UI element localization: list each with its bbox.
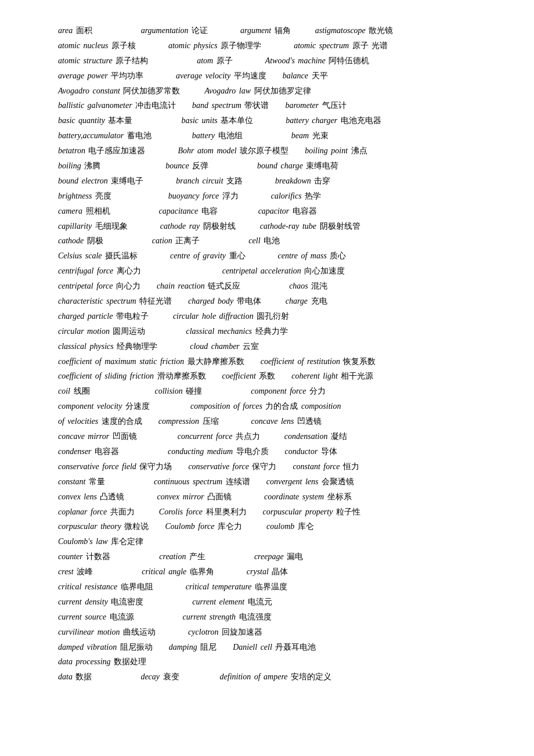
english-term: component velocity	[58, 402, 125, 411]
chinese-translation: 临界电阻	[121, 582, 153, 591]
english-term: basic units	[132, 116, 221, 125]
chinese-translation: 气压计	[322, 101, 347, 110]
chinese-translation: 阿伏加德罗定律	[254, 87, 311, 95]
english-term: creation	[110, 552, 189, 561]
english-term: atomic structure	[58, 56, 116, 65]
dictionary-line: component velocity 分速度 composition of fo…	[58, 399, 488, 414]
chinese-translation: 热学	[305, 192, 321, 200]
chinese-translation: 离心力	[117, 267, 141, 275]
chinese-translation: 经典物理学	[117, 342, 157, 351]
chinese-translation: 电流元	[248, 597, 272, 606]
english-term: betatron	[58, 146, 88, 155]
chinese-translation: 产生	[189, 552, 205, 561]
chinese-translation: 光谱	[371, 41, 388, 50]
english-term: collision	[90, 387, 186, 395]
chinese-translation: 原子物理学	[221, 41, 261, 50]
dictionary-line: of velocities 速度的合成 compression 压缩 conca…	[58, 414, 488, 429]
chinese-translation: 漏电	[287, 552, 303, 561]
english-term: coplanar force	[58, 507, 110, 516]
chinese-translation: 数据处理	[114, 657, 146, 666]
chinese-translation: 浮力	[222, 192, 239, 200]
english-term: conservative force	[172, 462, 252, 471]
chinese-translation: 面积	[76, 26, 92, 35]
dictionary-line: data processing 数据处理	[58, 654, 488, 669]
english-term: Daniell cell	[217, 643, 275, 651]
english-term: chain reaction	[140, 282, 208, 290]
chinese-translation: 安培的定义	[291, 672, 331, 681]
english-term: corpuscular property	[247, 507, 336, 516]
english-term: bound electron	[58, 177, 111, 185]
chinese-translation: 分速度	[125, 402, 150, 411]
english-term: data	[58, 672, 75, 681]
chinese-translation: 蓄电池	[127, 131, 151, 140]
english-term: of velocities	[58, 417, 102, 426]
english-term: capacitor	[218, 207, 293, 215]
english-term: charge	[261, 297, 311, 305]
english-term: calorifics	[239, 192, 305, 200]
chinese-translation: 库仑定律	[111, 537, 143, 546]
english-term: centre of mass	[246, 251, 330, 260]
english-term: chaos	[240, 282, 311, 290]
english-term: concave lens	[219, 417, 297, 426]
chinese-translation: 支路	[226, 177, 243, 185]
chinese-translation: 临界温度	[255, 582, 287, 591]
dictionary-line: Avogadro constant 阿伏加德罗常数 Avogadro law 阿…	[58, 84, 488, 99]
english-term: barometer	[269, 101, 322, 110]
dictionary-line: coefficient of sliding friction 滑动摩擦系数 c…	[58, 369, 488, 384]
english-term: breakdown	[243, 177, 314, 185]
english-term: centrifugal force	[58, 267, 117, 275]
english-term: convex lens	[58, 492, 100, 501]
english-term: Avogadro constant	[58, 87, 123, 95]
english-term: boiling point	[288, 146, 351, 155]
english-term: decay	[92, 672, 163, 681]
dictionary-line: Celsius scale 摄氏温标 centre of gravity 重心 …	[58, 249, 488, 264]
chinese-translation: 圆周运动	[113, 327, 145, 336]
chinese-translation: 库仑	[298, 522, 314, 531]
chinese-translation: 正离子	[175, 236, 200, 245]
chinese-translation: 基本单位	[221, 116, 253, 125]
chinese-translation: 连续谱	[226, 477, 250, 486]
english-term: cathode ray	[128, 222, 203, 231]
english-term: boiling	[58, 161, 84, 170]
chinese-translation: 击穿	[314, 177, 330, 185]
chinese-translation: 冲击电流计	[135, 101, 176, 110]
chinese-translation: 数据	[75, 672, 92, 681]
english-term: conducting medium	[119, 447, 236, 456]
chinese-translation: 电池	[264, 236, 280, 245]
english-term: centre of gravity	[138, 251, 229, 260]
english-term: creepage	[205, 552, 287, 561]
chinese-translation: 凹面镜	[113, 432, 137, 441]
english-term: battery	[151, 131, 218, 140]
chinese-translation: 散光镜	[369, 26, 393, 35]
dictionary-line: camera 照相机 capacitance 电容 capacitor 电容器	[58, 204, 488, 219]
english-term: classical mechanics	[145, 327, 255, 336]
english-term: coil	[58, 387, 74, 395]
english-term: Celsius scale	[58, 251, 105, 260]
english-term: counter	[58, 552, 86, 561]
chinese-translation: 阿伏加德罗常数	[123, 87, 180, 95]
chinese-translation: 常量	[89, 477, 105, 486]
english-term: charged particle	[58, 312, 116, 321]
chinese-translation: 质心	[330, 251, 346, 260]
english-term: curvilinear motion	[58, 628, 123, 636]
english-term: cathode	[58, 236, 87, 245]
chinese-translation: 分力	[309, 387, 326, 395]
chinese-translation: 电子感应加速器	[88, 146, 145, 155]
chinese-translation: 平均速度	[234, 71, 266, 80]
chinese-translation: 电流密度	[111, 597, 143, 606]
english-term: circular motion	[58, 327, 113, 336]
english-term: camera	[58, 207, 86, 215]
english-term: concurrent force	[137, 432, 236, 441]
dictionary-line: battery,accumulator 蓄电池 battery 电池组 beam…	[58, 128, 488, 143]
chinese-translation: 阻尼	[200, 643, 217, 651]
english-term: definition of ampere	[179, 672, 291, 681]
dictionary-line: concave mirror 凹面镜 concurrent force 共点力 …	[58, 429, 488, 444]
chinese-translation: 带电粒子	[116, 312, 149, 321]
dictionary-line: bound electron 束缚电子 branch circuit 支路 br…	[58, 174, 488, 189]
dictionary-line: basic quantity 基本量 basic units 基本单位 batt…	[58, 113, 488, 128]
english-term: Bohr atom model	[145, 146, 240, 155]
english-term: average velocity	[143, 71, 234, 80]
english-term: argumentation	[92, 26, 192, 35]
chinese-translation: 束缚电子	[111, 177, 143, 185]
chinese-translation: 电容器	[95, 447, 119, 456]
